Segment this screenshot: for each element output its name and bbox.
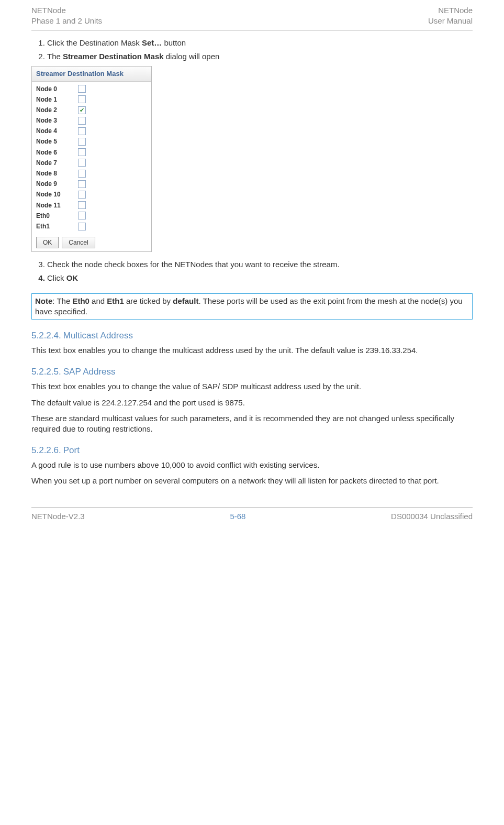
node-checkbox[interactable]: [78, 148, 86, 156]
node-checkbox[interactable]: [78, 117, 86, 125]
steps-list-a: Click the Destination Mask Set… button T…: [31, 38, 473, 62]
section-multicast-num: 5.2.2.4.: [31, 331, 61, 340]
footer-right: DS000034 Unclassified: [391, 511, 473, 522]
node-row: Node 1: [36, 94, 147, 105]
step-2: The Streamer Destination Mask dialog wil…: [47, 51, 473, 62]
step-1: Click the Destination Mask Set… button: [47, 38, 473, 48]
node-row: Node 7: [36, 158, 147, 168]
dialog-body: Node 0Node 1Node 2✔Node 3Node 4Node 5Nod…: [32, 82, 151, 234]
step-1-bold: Set…: [142, 38, 162, 47]
step-2-bold: Streamer Destination Mask: [63, 52, 164, 61]
node-checkbox[interactable]: ✔: [78, 106, 86, 114]
node-checkbox[interactable]: [78, 180, 86, 188]
node-checkbox[interactable]: [78, 212, 86, 219]
node-label: Node 10: [36, 190, 78, 199]
page-header: NETNode Phase 1 and 2 Units NETNode User…: [31, 5, 473, 30]
section-port-num: 5.2.2.6.: [31, 445, 61, 455]
section-port-title: Port: [63, 445, 80, 455]
node-checkbox[interactable]: [78, 138, 86, 146]
section-multicast-heading: 5.2.2.4.Multicast Address: [31, 330, 473, 342]
node-label: Node 6: [36, 148, 78, 157]
node-label: Node 11: [36, 201, 78, 210]
note-b2: Eth1: [107, 296, 124, 305]
node-row: Node 3: [36, 115, 147, 126]
note-b3: default: [173, 296, 198, 305]
footer-center: 5-68: [230, 511, 245, 522]
node-label: Node 2: [36, 106, 78, 114]
section-sap-num: 5.2.2.5.: [31, 367, 61, 377]
step-2-post: dialog will open: [164, 52, 220, 61]
note-box: Note: The Eth0 and Eth1 are ticked by de…: [31, 293, 473, 320]
node-row: Node 11: [36, 200, 147, 211]
header-right: NETNode User Manual: [428, 5, 473, 27]
node-label: Node 1: [36, 95, 78, 104]
step-1-pre: Click the Destination Mask: [47, 38, 142, 47]
note-t3: are ticked by: [124, 296, 173, 305]
node-row: Node 4: [36, 126, 147, 136]
node-row: Node 5: [36, 136, 147, 147]
section-sap-body1: This text box enables you to change the …: [31, 381, 473, 392]
header-subtitle: Phase 1 and 2 Units: [31, 16, 102, 26]
node-checkbox[interactable]: [78, 201, 86, 209]
node-row: Eth0: [36, 211, 147, 221]
node-checkbox[interactable]: [78, 95, 86, 103]
node-row: Node 9: [36, 179, 147, 189]
node-label: Node 9: [36, 180, 78, 188]
steps-list-b: Check the node check boxes for the NETNo…: [31, 259, 473, 284]
section-multicast-body: This text box enables you to change the …: [31, 345, 473, 356]
node-label: Node 3: [36, 116, 78, 125]
step-4-bold: OK: [66, 273, 79, 282]
node-label: Eth0: [36, 212, 78, 220]
section-port-body2: When you set up a port number on several…: [31, 476, 473, 486]
step-2-pre: The: [47, 52, 63, 61]
note-b1: Eth0: [72, 296, 89, 305]
node-label: Node 4: [36, 127, 78, 135]
section-port-heading: 5.2.2.6.Port: [31, 445, 473, 457]
node-checkbox[interactable]: [78, 223, 86, 230]
step-1-post: button: [162, 38, 186, 47]
page-footer: NETNode-V2.3 5-68 DS000034 Unclassified: [31, 508, 473, 522]
step-4-pre: Click: [47, 273, 66, 282]
header-doc-type: User Manual: [428, 16, 473, 26]
header-left: NETNode Phase 1 and 2 Units: [31, 5, 102, 27]
dialog-title: Streamer Destination Mask: [32, 67, 151, 82]
node-label: Eth1: [36, 222, 78, 230]
dialog-button-row: OK Cancel: [32, 234, 151, 251]
section-sap-heading: 5.2.2.5.SAP Address: [31, 366, 473, 378]
node-row: Node 10: [36, 189, 147, 200]
node-checkbox[interactable]: [78, 85, 86, 93]
section-multicast-title: Multicast Address: [63, 331, 133, 340]
node-label: Node 0: [36, 85, 78, 93]
section-sap-body2: The default value is 224.2.127.254 and t…: [31, 398, 473, 408]
note-label: Note: [35, 296, 52, 305]
node-row: Node 8: [36, 168, 147, 179]
node-checkbox[interactable]: [78, 127, 86, 135]
step-4: Click OK: [47, 273, 473, 283]
section-sap-title: SAP Address: [63, 367, 116, 377]
section-sap-body3: These are standard multicast values for …: [31, 413, 473, 435]
node-label: Node 5: [36, 137, 78, 146]
note-t1: : The: [52, 296, 72, 305]
node-row: Node 2✔: [36, 105, 147, 115]
node-label: Node 7: [36, 159, 78, 167]
node-label: Node 8: [36, 169, 78, 178]
node-row: Eth1: [36, 221, 147, 232]
footer-left: NETNode-V2.3: [31, 511, 85, 522]
ok-button[interactable]: OK: [36, 237, 59, 248]
section-port-body1: A good rule is to use numbers above 10,0…: [31, 460, 473, 470]
note-t2: and: [89, 296, 107, 305]
node-checkbox[interactable]: [78, 159, 86, 167]
header-product-r: NETNode: [428, 5, 473, 16]
node-checkbox[interactable]: [78, 170, 86, 178]
node-row: Node 0: [36, 84, 147, 94]
node-row: Node 6: [36, 147, 147, 158]
header-product: NETNode: [31, 5, 102, 16]
cancel-button[interactable]: Cancel: [62, 237, 95, 248]
step-3: Check the node check boxes for the NETNo…: [47, 259, 473, 270]
node-checkbox[interactable]: [78, 191, 86, 199]
streamer-destination-mask-dialog: Streamer Destination Mask Node 0Node 1No…: [31, 66, 152, 252]
